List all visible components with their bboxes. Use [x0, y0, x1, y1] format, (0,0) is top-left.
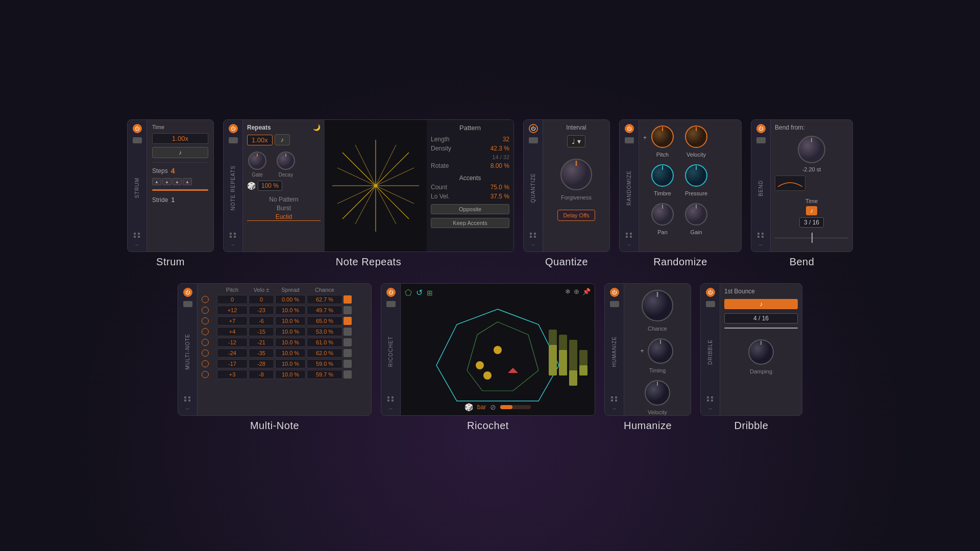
randomize-dots-icon[interactable]: [626, 233, 633, 238]
quantize-interval-select[interactable]: ♩ ▾: [567, 135, 585, 147]
mn-row0-power[interactable]: [202, 296, 209, 303]
randomize-timbre-knob[interactable]: [650, 163, 675, 188]
mn-row3-power[interactable]: [202, 328, 209, 335]
bend-time-value[interactable]: 3 / 16: [799, 217, 824, 228]
mn-row5-chance[interactable]: 62.0 %: [307, 348, 342, 358]
nr-power-button[interactable]: ⏻: [229, 124, 238, 133]
mn-row1-power[interactable]: [202, 307, 209, 314]
mn-row4-velo[interactable]: -21: [249, 338, 274, 347]
nr-arrow-icon[interactable]: ↔: [231, 242, 236, 247]
mn-row1-spread[interactable]: 10.0 %: [275, 306, 306, 315]
nr-dots-icon[interactable]: [230, 233, 237, 238]
multinote-power-button[interactable]: ⏻: [183, 288, 192, 297]
mn-row5-swatch[interactable]: [344, 349, 352, 357]
strum-arrow-up3[interactable]: ▲: [173, 178, 182, 185]
dribble-arrow-icon[interactable]: ↔: [708, 406, 713, 411]
strum-arrow-up4[interactable]: ▲: [183, 178, 192, 185]
multinote-arrow-icon[interactable]: ↔: [185, 406, 190, 411]
nr-rotate-value[interactable]: 8.00 %: [491, 162, 509, 169]
mn-row6-velo[interactable]: -28: [249, 359, 274, 368]
mn-row4-swatch[interactable]: [344, 338, 352, 346]
mn-row4-power[interactable]: [202, 339, 209, 346]
mn-row3-swatch[interactable]: [344, 328, 352, 336]
mn-row2-spread[interactable]: 10.0 %: [275, 316, 306, 325]
randomize-pitch-knob[interactable]: [650, 124, 675, 149]
nr-pct-value[interactable]: 100 %: [258, 181, 282, 191]
strum-power-button[interactable]: ⏻: [133, 124, 142, 133]
dribble-power-button[interactable]: ⏻: [706, 288, 715, 297]
bend-note-button[interactable]: ♪: [806, 206, 817, 215]
nr-lo-vel-value[interactable]: 37.5 %: [491, 193, 509, 200]
ricochet-dots-icon[interactable]: [387, 396, 395, 402]
mn-row4-spread[interactable]: 10.0 %: [275, 338, 306, 347]
mn-row1-chance[interactable]: 49.7 %: [307, 306, 342, 315]
nr-dice-icon[interactable]: 🎲: [247, 182, 256, 190]
mn-row2-pitch[interactable]: +7: [217, 316, 248, 325]
nr-burst[interactable]: Burst: [247, 205, 321, 212]
mn-row0-chance[interactable]: 62.7 %: [307, 295, 342, 304]
quantize-arrow-icon[interactable]: ↔: [531, 242, 536, 247]
humanize-file-icon[interactable]: [610, 301, 619, 307]
mn-row7-power[interactable]: [202, 371, 209, 378]
mn-row2-chance[interactable]: 65.0 %: [307, 316, 342, 325]
quantize-dots-icon[interactable]: [530, 233, 537, 238]
nr-density-value[interactable]: 42.3 %: [491, 145, 509, 152]
mn-row7-spread[interactable]: 10.0 %: [275, 370, 306, 379]
bend-arrow-icon[interactable]: ↔: [758, 242, 764, 247]
ricochet-file-icon[interactable]: [386, 301, 396, 307]
dribble-dots-icon[interactable]: [707, 396, 714, 402]
quantize-delay-button[interactable]: Delay Offs: [557, 210, 595, 221]
multinote-file-icon[interactable]: [183, 301, 192, 307]
ricochet-link-icon[interactable]: ⊘: [490, 403, 496, 411]
randomize-pan-knob[interactable]: [650, 202, 675, 227]
mn-row5-power[interactable]: [202, 349, 209, 357]
mn-row0-velo[interactable]: 0: [249, 295, 274, 304]
bend-knob[interactable]: [796, 134, 827, 165]
mn-row6-spread[interactable]: 10.0 %: [275, 359, 306, 368]
strum-file-icon[interactable]: [133, 137, 142, 143]
randomize-file-icon[interactable]: [625, 137, 634, 143]
humanize-chance-knob[interactable]: [640, 288, 675, 323]
nr-gate-knob[interactable]: [247, 151, 267, 171]
multinote-dots-icon[interactable]: [184, 396, 191, 402]
mn-row6-pitch[interactable]: -17: [217, 359, 248, 368]
randomize-gain-knob[interactable]: [683, 202, 709, 227]
humanize-velocity-knob[interactable]: [643, 379, 672, 407]
strum-time-value[interactable]: 1.00x: [152, 133, 208, 144]
nr-no-pattern[interactable]: No Pattern: [247, 196, 321, 203]
strum-arrow-up1[interactable]: ▲: [152, 178, 161, 185]
mn-row4-chance[interactable]: 61.0 %: [307, 338, 342, 347]
mn-row6-swatch[interactable]: [344, 360, 352, 368]
randomize-arrow-icon[interactable]: ↔: [627, 242, 632, 247]
mn-row6-power[interactable]: [202, 360, 209, 367]
strum-arrow-up2[interactable]: ▲: [162, 178, 172, 185]
mn-row7-swatch[interactable]: [344, 370, 352, 379]
ricochet-power-button[interactable]: ⏻: [386, 288, 396, 297]
bend-file-icon[interactable]: [756, 137, 766, 143]
mn-row3-velo[interactable]: -15: [249, 327, 274, 336]
mn-row0-spread[interactable]: 0.00 %: [275, 295, 306, 304]
ricochet-arrow-icon[interactable]: ↔: [388, 406, 394, 411]
mn-row1-swatch[interactable]: [344, 306, 352, 314]
mn-row3-spread[interactable]: 10.0 %: [275, 327, 306, 336]
bend-power-button[interactable]: ⏻: [756, 124, 766, 133]
mn-row0-pitch[interactable]: 0: [217, 295, 248, 304]
mn-row1-pitch[interactable]: +12: [217, 306, 248, 315]
mn-row2-swatch[interactable]: [344, 317, 352, 325]
bend-dots-icon[interactable]: [757, 233, 765, 238]
nr-opposite-button[interactable]: Opposite: [431, 204, 509, 214]
strum-arrow-icon[interactable]: ↔: [135, 242, 140, 247]
quantize-forgiveness-knob[interactable]: [558, 157, 594, 192]
nr-euclid[interactable]: Euclid: [247, 213, 321, 221]
mn-row5-spread[interactable]: 10.0 %: [275, 348, 306, 358]
dribble-time-value[interactable]: 4 / 16: [724, 313, 798, 323]
strum-note-button[interactable]: ♪: [152, 147, 208, 158]
mn-row4-pitch[interactable]: -12: [217, 338, 248, 347]
dribble-note-button[interactable]: ♪: [724, 299, 798, 309]
mn-row2-velo[interactable]: -6: [249, 316, 274, 325]
mn-row7-velo[interactable]: -8: [249, 370, 274, 379]
dribble-file-icon[interactable]: [706, 301, 715, 307]
strum-dots-icon[interactable]: [134, 233, 141, 238]
humanize-timing-knob[interactable]: [646, 337, 675, 365]
mn-row2-power[interactable]: [202, 317, 209, 324]
